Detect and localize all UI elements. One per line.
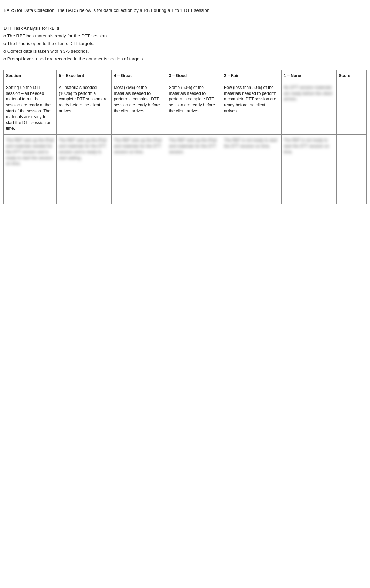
row1-score [337,82,367,134]
row2-col5: The RBT sets up the iPad and materials f… [56,135,111,204]
task-analysis-title: DTT Task Analysis for RBTs: [3,24,367,32]
row1-col4: Most (75%) of the materials needed to pe… [111,82,167,134]
row2-col2: The RBT is not ready to start the DTT se… [222,135,281,204]
table-header-row: Section 5 – Excellent 4 – Great 3 – Good… [4,70,367,82]
row1-col2: Few (less than 50%) of the materials nee… [222,82,281,134]
task-analysis-section: DTT Task Analysis for RBTs: o The RBT ha… [3,24,367,63]
row2-score [337,135,367,204]
row2-section: The RBT sets up the iPad and materials n… [4,135,57,204]
row2-col3: The RBT sets up the iPad and materials f… [167,135,222,204]
task-item-4: o Prompt levels used are recorded in the… [3,55,367,63]
row1-col1: No DTT session materials are ready befor… [282,82,337,134]
header-section: Section [4,70,57,82]
task-item-1: o The RBT has materials ready for the DT… [3,32,367,40]
row2-col4: The RBT sets up the iPad and materials f… [111,135,167,204]
bars-table: Section 5 – Excellent 4 – Great 3 – Good… [3,70,367,204]
intro-text: BARS for Data Collection. The BARS below… [3,7,367,14]
row1-col3: Some (50%) of the materials needed to pe… [167,82,222,134]
header-score: Score [337,70,367,82]
table-row: The RBT sets up the iPad and materials n… [4,135,367,204]
row1-col5: All materials needed (100%) to perform a… [56,82,111,134]
row2-col1: The RBT is not ready to start the DTT se… [282,135,337,204]
table-row: Setting up the DTT session – all needed … [4,82,367,134]
task-item-3: o Correct data is taken within 3-5 secon… [3,47,367,55]
row1-section: Setting up the DTT session – all needed … [4,82,57,134]
header-col3: 3 – Good [167,70,222,82]
task-item-2: o The IPad is open to the clients DTT ta… [3,40,367,47]
header-col4: 4 – Great [111,70,167,82]
header-col5: 5 – Excellent [56,70,111,82]
header-col1: 1 – None [282,70,337,82]
header-col2: 2 – Fair [222,70,281,82]
